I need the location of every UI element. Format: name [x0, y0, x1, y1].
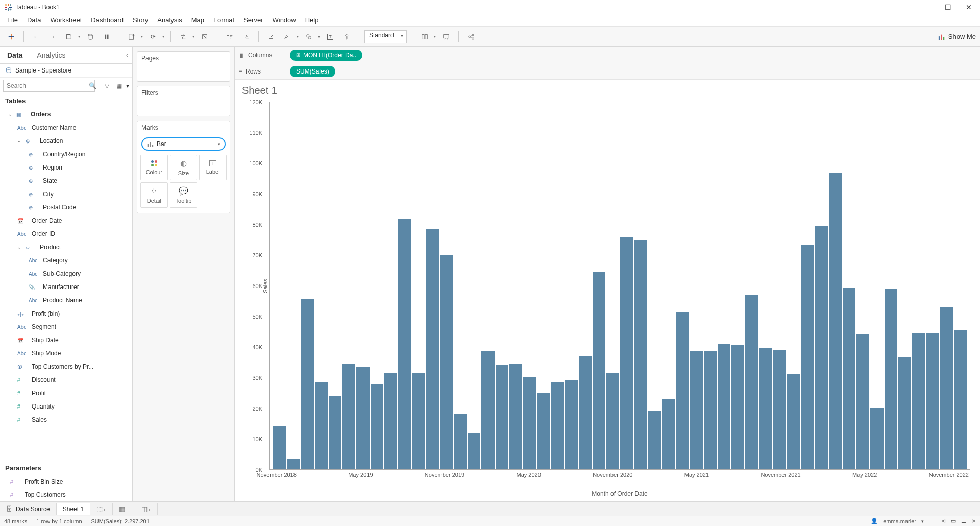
share-button[interactable]: [464, 30, 478, 44]
cards-caret[interactable]: ▾: [433, 34, 437, 39]
bar[interactable]: [273, 426, 286, 469]
bar[interactable]: [773, 350, 786, 469]
field-product-name[interactable]: AbcProduct Name: [0, 294, 132, 307]
maximize-button[interactable]: ☐: [945, 3, 951, 11]
bar[interactable]: [690, 351, 703, 469]
field-state[interactable]: ⊕State: [0, 174, 132, 187]
field-product[interactable]: ⌄▱Product: [0, 241, 132, 254]
sort-asc-button[interactable]: [223, 30, 237, 44]
bar[interactable]: [537, 393, 550, 469]
bar[interactable]: [593, 272, 605, 469]
user-caret[interactable]: ▾: [921, 519, 924, 524]
clear-sheet-button[interactable]: [198, 30, 212, 44]
datasource-row[interactable]: Sample - Superstore: [0, 64, 132, 78]
view-as-caret[interactable]: ▾: [126, 82, 129, 89]
status-user[interactable]: emma.marler: [883, 518, 916, 524]
bar[interactable]: [662, 399, 675, 469]
bar[interactable]: [856, 334, 869, 469]
field-ship-mode[interactable]: AbcShip Mode: [0, 347, 132, 360]
bar[interactable]: [634, 240, 647, 469]
filmstrip-next-icon[interactable]: ⊳: [971, 518, 976, 524]
bar[interactable]: [468, 433, 480, 469]
bar[interactable]: [745, 295, 758, 469]
tab-analytics[interactable]: Analytics: [30, 47, 72, 63]
swap-rows-columns-button[interactable]: [176, 30, 190, 44]
bar[interactable]: [509, 364, 522, 469]
minimize-button[interactable]: —: [923, 3, 930, 11]
filter-fields-icon[interactable]: ▽: [102, 82, 112, 89]
bar[interactable]: [440, 255, 453, 469]
param-top-customers[interactable]: #Top Customers: [0, 488, 132, 501]
menu-dashboard[interactable]: Dashboard: [87, 15, 128, 25]
filmstrip-icon[interactable]: ▭: [951, 518, 956, 524]
highlight-button[interactable]: [280, 30, 295, 44]
refresh-button[interactable]: ⟳: [146, 30, 160, 44]
field-country-region[interactable]: ⊕Country/Region: [0, 148, 132, 161]
bar[interactable]: [454, 414, 467, 469]
close-button[interactable]: ✕: [966, 3, 972, 11]
search-input[interactable]: [3, 80, 95, 92]
tab-sheet-1[interactable]: Sheet 1: [57, 503, 90, 515]
pane-collapse-button[interactable]: ‹: [122, 50, 132, 61]
field-location[interactable]: ⌄⊕Location: [0, 134, 132, 148]
bar[interactable]: [898, 357, 911, 469]
bar[interactable]: [606, 373, 619, 469]
pause-auto-updates-button[interactable]: [100, 30, 114, 44]
new-worksheet-button[interactable]: [125, 30, 139, 44]
bar[interactable]: [620, 237, 633, 469]
bar[interactable]: [718, 344, 730, 469]
bar[interactable]: [523, 377, 536, 469]
bar[interactable]: [551, 382, 564, 469]
field-region[interactable]: ⊕Region: [0, 161, 132, 174]
sheet-title[interactable]: Sheet 1: [242, 85, 970, 97]
field-category[interactable]: AbcCategory: [0, 254, 132, 267]
bar[interactable]: [843, 288, 855, 470]
menu-window[interactable]: Window: [268, 15, 300, 25]
bar[interactable]: [815, 226, 828, 469]
bar[interactable]: [648, 411, 661, 469]
fit-dropdown[interactable]: Standard: [364, 30, 407, 43]
size-button[interactable]: ◐Size: [170, 155, 198, 180]
field-quantity[interactable]: #Quantity: [0, 400, 132, 413]
bar[interactable]: [426, 229, 438, 469]
group-caret[interactable]: ▾: [317, 34, 321, 39]
bar[interactable]: [301, 299, 313, 469]
detail-button[interactable]: ⁘Detail: [140, 182, 168, 208]
tableau-logo-button[interactable]: [4, 30, 18, 44]
bar[interactable]: [787, 374, 800, 469]
field-order-date[interactable]: 📅Order Date: [0, 214, 132, 227]
menu-worksheet[interactable]: Worksheet: [46, 15, 86, 25]
mark-type-dropdown[interactable]: Bar ▾: [141, 137, 226, 151]
filmstrip-list-icon[interactable]: ☰: [961, 518, 966, 524]
rows-pill-sum-sales[interactable]: SUM(Sales): [290, 66, 335, 77]
field-city[interactable]: ⊕City: [0, 187, 132, 201]
bar[interactable]: [940, 307, 953, 469]
rows-shelf[interactable]: ≡Rows SUM(Sales): [235, 63, 980, 80]
field-top-customers[interactable]: ⦿Top Customers by Pr...: [0, 360, 132, 373]
bar[interactable]: [342, 364, 355, 469]
bar[interactable]: [398, 219, 411, 469]
bar[interactable]: [565, 380, 578, 469]
bar[interactable]: [356, 367, 369, 469]
param-profit-bin-size[interactable]: #Profit Bin Size: [0, 475, 132, 488]
field-ship-date[interactable]: 📅Ship Date: [0, 333, 132, 347]
show-mark-labels-button[interactable]: T: [323, 30, 337, 44]
bar[interactable]: [912, 333, 925, 469]
bar[interactable]: [481, 351, 494, 469]
menu-story[interactable]: Story: [129, 15, 152, 25]
new-story-tab[interactable]: ◫₊: [135, 503, 158, 515]
bar[interactable]: [412, 373, 425, 469]
new-data-source-button[interactable]: [83, 30, 97, 44]
menu-data[interactable]: Data: [23, 15, 45, 25]
save-caret[interactable]: ▾: [77, 34, 81, 39]
redo-button[interactable]: →: [45, 30, 60, 44]
new-worksheet-caret[interactable]: ▾: [140, 34, 144, 39]
totals-button[interactable]: [264, 30, 278, 44]
bar[interactable]: [829, 173, 842, 469]
field-sales[interactable]: #Sales: [0, 413, 132, 426]
menu-analysis[interactable]: Analysis: [153, 15, 186, 25]
bar[interactable]: [676, 312, 689, 469]
bar[interactable]: [704, 351, 717, 469]
columns-shelf[interactable]: ⫼Columns ⊞MONTH(Order Da..: [235, 47, 980, 63]
bar[interactable]: [287, 459, 300, 469]
